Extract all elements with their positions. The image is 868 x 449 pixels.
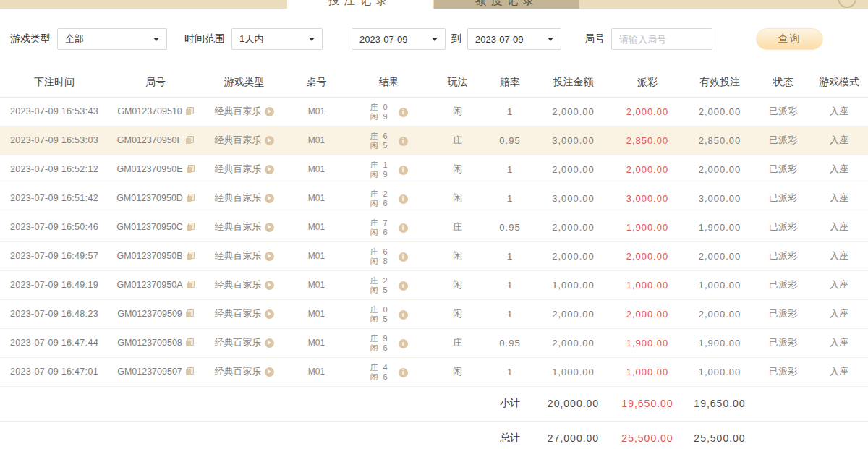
info-icon[interactable]: i (399, 252, 408, 262)
filter-bar: 游戏类型 全部 时间范围 1天内 2023-07-09 到 2023-07-09… (0, 27, 868, 51)
round-number-text: GM0123709507 (117, 367, 182, 377)
info-icon[interactable]: i (399, 310, 408, 320)
info-icon[interactable]: i (399, 281, 408, 291)
replay-icon[interactable] (265, 107, 274, 116)
info-icon[interactable]: i (399, 108, 408, 117)
copy-icon[interactable] (187, 223, 195, 231)
tab-betting-records[interactable]: 投注记录 (287, 0, 433, 9)
bet-time-cell: 2023-07-09 16:53:43 (0, 97, 109, 126)
table-number-cell: M01 (286, 241, 347, 270)
status-cell: 已派彩 (756, 213, 810, 241)
bet-amount-cell: 1,000.00 (535, 270, 611, 299)
header-game-mode: 游戏模式 (810, 68, 868, 97)
close-icon[interactable] (838, 0, 856, 8)
bet-amount-cell: 2,000.00 (535, 328, 611, 357)
subtotal-bet-amount: 20,000.00 (535, 386, 611, 421)
round-number-text: GM012370950E (116, 164, 182, 174)
query-button[interactable]: 查询 (756, 28, 823, 50)
result-player: 闲 6 (370, 343, 387, 353)
copy-icon[interactable] (186, 136, 194, 144)
result-player: 闲 6 (370, 228, 387, 237)
round-number-text: GM0123709510 (117, 106, 182, 116)
result-cell: 庄 1 闲 9 i (347, 155, 430, 184)
play-type-cell: 闲 (430, 299, 485, 328)
result-score: 庄 1 闲 9 (370, 161, 387, 179)
replay-icon[interactable] (265, 367, 274, 377)
copy-icon[interactable] (186, 338, 194, 346)
result-banker: 庄 0 (370, 103, 387, 112)
game-type-cell: 经典百家乐 (203, 270, 286, 299)
play-type-cell: 庄 (430, 126, 485, 155)
round-number-text: GM012370950B (116, 251, 182, 261)
time-range-select[interactable]: 1天内 (231, 28, 323, 50)
result-score: 庄 4 闲 6 (370, 363, 387, 382)
replay-icon[interactable] (265, 281, 274, 290)
round-number-cell: GM012370950F (109, 126, 203, 155)
date-from-select[interactable]: 2023-07-09 (352, 28, 446, 50)
replay-icon[interactable] (265, 338, 274, 348)
info-icon[interactable]: i (399, 223, 408, 233)
copy-icon[interactable] (187, 252, 195, 260)
game-type-cell: 经典百家乐 (203, 155, 286, 184)
game-type-label: 游戏类型 (10, 33, 51, 46)
round-number-cell: GM0123709509 (109, 299, 203, 328)
round-number-cell: GM012370950E (109, 155, 203, 184)
game-type-select[interactable]: 全部 (57, 28, 167, 50)
game-type-cell: 经典百家乐 (203, 328, 286, 357)
grand-total-row: 总计 27,000.00 25,500.00 25,500.00 (0, 421, 868, 449)
header-payout: 派彩 (611, 68, 684, 97)
replay-icon[interactable] (265, 223, 274, 232)
replay-icon[interactable] (265, 252, 274, 261)
copy-icon[interactable] (186, 107, 194, 115)
info-icon[interactable]: i (399, 368, 408, 377)
bet-amount-cell: 2,000.00 (535, 299, 611, 328)
game-type-cell: 经典百家乐 (203, 126, 286, 155)
grand-total-bet-amount: 27,000.00 (535, 421, 611, 449)
game-type-text: 经典百家乐 (215, 134, 262, 147)
replay-icon[interactable] (265, 136, 274, 145)
round-number-input[interactable] (611, 28, 712, 50)
replay-icon[interactable] (265, 194, 274, 203)
game-type-text: 经典百家乐 (215, 105, 262, 118)
result-player: 闲 5 (370, 286, 387, 295)
odds-cell: 1 (485, 155, 535, 184)
result-player: 闲 5 (370, 141, 387, 150)
round-number-text: GM0123709509 (117, 309, 182, 319)
bet-amount-cell: 1,000.00 (535, 357, 611, 386)
info-icon[interactable]: i (399, 137, 408, 146)
round-number-text: GM012370950C (116, 222, 183, 232)
copy-icon[interactable] (187, 281, 195, 288)
tab-credit-records[interactable]: 额度记录 (434, 0, 579, 9)
round-number-cell: GM0123709507 (109, 357, 203, 386)
header-bet-amount: 投注金额 (535, 68, 611, 97)
result-score: 庄 2 闲 6 (370, 189, 387, 208)
info-icon[interactable]: i (399, 166, 408, 175)
payout-cell: 1,000.00 (611, 357, 684, 386)
copy-icon[interactable] (187, 165, 195, 173)
info-icon[interactable]: i (399, 194, 408, 204)
valid-bet-cell: 2,000.00 (684, 241, 756, 270)
info-icon[interactable]: i (399, 339, 408, 348)
replay-icon[interactable] (265, 165, 274, 174)
subtotal-label: 小计 (485, 386, 535, 421)
bet-amount-cell: 3,000.00 (535, 184, 611, 213)
status-cell: 已派彩 (756, 357, 810, 386)
table-number-cell: M01 (286, 155, 347, 184)
game-mode-cell: 入座 (810, 299, 868, 328)
odds-cell: 1 (485, 241, 535, 270)
table-number-cell: M01 (286, 97, 347, 126)
header-round-number: 局号 (109, 68, 203, 97)
result-banker: 庄 6 (370, 132, 387, 141)
date-to-select[interactable]: 2023-07-09 (467, 28, 561, 50)
game-type-text: 经典百家乐 (215, 307, 262, 320)
replay-icon[interactable] (265, 309, 274, 319)
result-score: 庄 2 闲 5 (370, 276, 387, 295)
header-table-number: 桌号 (286, 68, 347, 97)
copy-icon[interactable] (186, 309, 194, 317)
copy-icon[interactable] (187, 194, 195, 202)
play-type-cell: 闲 (430, 97, 485, 126)
copy-icon[interactable] (186, 367, 194, 375)
table-number-cell: M01 (286, 126, 347, 155)
table-row: 2023-07-09 16:50:46 GM012370950C 经典百家乐 M… (0, 213, 868, 241)
chevron-down-icon (309, 38, 315, 41)
